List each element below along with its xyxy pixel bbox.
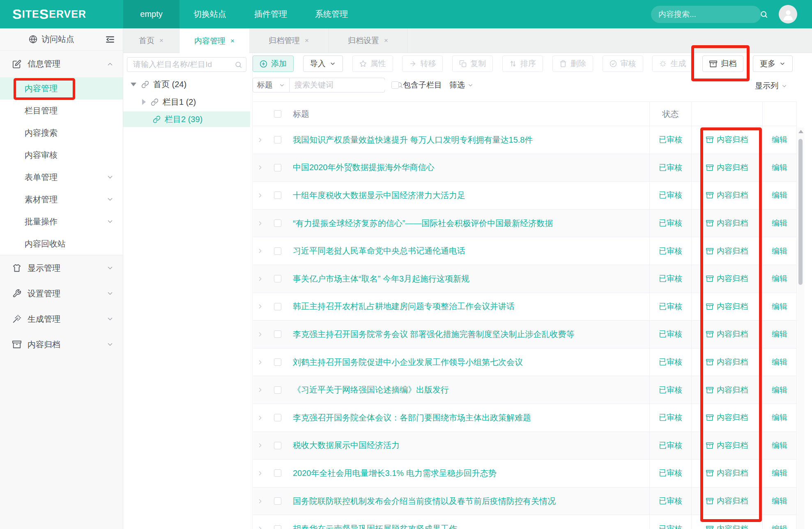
content-title-link[interactable]: 韩正主持召开农村乱占耕地建房问题专项整治工作会议并讲话 [293,301,515,312]
edit-link[interactable]: 编辑 [772,273,787,284]
sidebar-item-content-review[interactable]: 内容审核 [0,144,123,166]
visit-site-button[interactable]: 访问站点 [0,28,123,51]
content-title-link[interactable]: 习近平同老挝人民革命党中央总书记通伦通电话 [293,245,465,256]
tree-node-column1[interactable]: 栏目1 (2) [123,94,250,110]
include-children-checkbox[interactable] [391,81,399,89]
row-expand-chevron[interactable] [253,293,267,321]
content-title-link[interactable]: “有力提振全球经济复苏的信心”——国际社会积极评价中国最新经济数据 [293,218,553,229]
edit-link[interactable]: 编辑 [772,301,787,312]
content-archive-link[interactable]: 内容归档 [706,301,748,312]
nav-item-plugin-management[interactable]: 插件管理 [240,0,301,28]
edit-link[interactable]: 编辑 [772,468,787,478]
edit-link[interactable]: 编辑 [772,134,787,145]
scroll-up-arrow[interactable] [798,130,803,133]
sidebar-item-info-management[interactable]: 信息管理 [0,51,123,77]
row-checkbox[interactable] [274,219,281,227]
edit-link[interactable]: 编辑 [772,385,787,395]
sidebar-collapse-icon[interactable] [105,34,115,45]
edit-link[interactable]: 编辑 [772,440,787,451]
edit-link[interactable]: 编辑 [772,524,787,529]
row-checkbox[interactable] [274,164,281,171]
row-expand-chevron[interactable] [253,265,267,293]
nav-item-system-management[interactable]: 系统管理 [301,0,362,28]
content-archive-link[interactable]: 内容归档 [706,162,748,173]
edit-link[interactable]: 编辑 [772,190,787,201]
scrollbar-thumb[interactable] [798,139,803,285]
more-button[interactable]: 更多 [753,55,793,72]
edit-link[interactable]: 编辑 [772,357,787,367]
row-expand-chevron[interactable] [253,460,267,487]
table-scrollbar[interactable] [797,127,804,529]
content-title-link[interactable]: 李克强主持召开国务院常务会议 部署强化措施完善制度坚决制止涉企乱收费等 [293,329,575,340]
nav-item-switch-site[interactable]: 切换站点 [179,0,240,28]
keyword-input[interactable] [294,80,396,90]
close-icon[interactable]: × [305,37,309,45]
edit-link[interactable]: 编辑 [772,496,787,506]
edit-link[interactable]: 编辑 [772,218,787,229]
channel-search-box[interactable] [127,57,246,72]
content-archive-link[interactable]: 内容归档 [706,412,748,423]
content-title-link[interactable]: 刘鹤主持召开国务院促进中小企业发展工作领导小组第七次会议 [293,357,523,368]
row-checkbox[interactable] [274,497,281,505]
row-checkbox[interactable] [274,414,281,421]
edit-link[interactable]: 编辑 [772,246,787,256]
search-icon[interactable] [760,10,768,18]
content-archive-link[interactable]: 内容归档 [706,329,748,340]
import-button[interactable]: 导入 [303,55,343,72]
expander-right-icon[interactable] [142,99,146,105]
content-archive-link[interactable]: 内容归档 [706,273,748,284]
sidebar-item-content-management[interactable]: 内容管理 [0,77,123,99]
content-title-link[interactable]: 十组年度税收大数据显示中国经济潜力大活力足 [293,190,465,201]
row-expand-chevron[interactable] [253,432,267,460]
content-title-link[interactable]: 胡春华在云南督导巩固拓展脱贫攻坚成果工作 [293,523,457,529]
content-title-link[interactable]: 《习近平关于网络强国论述摘编》出版发行 [293,384,449,395]
search-icon[interactable] [235,61,242,69]
edit-link[interactable]: 编辑 [772,329,787,340]
content-title-link[interactable]: 税收大数据展示中国经济活力 [293,440,400,451]
content-archive-link[interactable]: 内容归档 [706,190,748,201]
transfer-button[interactable]: 转移 [402,55,443,72]
review-button[interactable]: 审核 [603,55,643,72]
sidebar-item-content-archive[interactable]: 内容归档 [0,332,123,357]
content-archive-link[interactable]: 内容归档 [706,357,748,367]
filter-toggle[interactable]: 筛选 [449,80,474,90]
global-search-input[interactable] [658,9,760,19]
row-checkbox[interactable] [274,247,281,255]
content-archive-link[interactable]: 内容归档 [706,440,748,451]
content-archive-link[interactable]: 内容归档 [706,468,748,478]
row-checkbox[interactable] [274,330,281,338]
edit-link[interactable]: 编辑 [772,162,787,173]
tab-home[interactable]: 首页× [123,28,179,53]
content-title-link[interactable]: 中国2020年外贸数据提振海外华商信心 [293,162,435,173]
content-archive-link[interactable]: 内容归档 [706,218,748,229]
sort-button[interactable]: 排序 [502,55,543,72]
close-icon[interactable]: × [230,37,235,45]
row-expand-chevron[interactable] [253,126,267,154]
content-archive-link[interactable]: 内容归档 [706,246,748,256]
close-icon[interactable]: × [159,37,163,45]
content-title-link[interactable]: 2020年全社会用电量增长3.1% 电力需求呈稳步回升态势 [293,468,497,479]
user-avatar[interactable] [779,5,797,23]
row-expand-chevron[interactable] [253,515,267,529]
row-checkbox[interactable] [274,386,281,394]
content-archive-link[interactable]: 内容归档 [706,385,748,395]
nav-item-current-site[interactable]: empty [123,0,179,28]
global-search-box[interactable] [651,6,761,23]
select-all-checkbox[interactable] [274,110,281,118]
row-checkbox[interactable] [274,275,281,282]
content-archive-link[interactable]: 内容归档 [706,496,748,506]
row-expand-chevron[interactable] [253,404,267,432]
content-archive-link[interactable]: 内容归档 [706,134,748,145]
row-expand-chevron[interactable] [253,154,267,182]
content-archive-link[interactable]: 内容归档 [706,524,748,529]
sidebar-item-generate-management[interactable]: 生成管理 [0,306,123,332]
sidebar-item-content-recycle[interactable]: 内容回收站 [0,233,123,255]
row-checkbox[interactable] [274,303,281,310]
row-checkbox[interactable] [274,469,281,477]
sidebar-item-content-search[interactable]: 内容搜索 [0,122,123,144]
row-expand-chevron[interactable] [253,210,267,237]
generate-button[interactable]: 生成 [652,55,693,72]
display-columns-toggle[interactable]: 显示列 [755,81,787,91]
row-checkbox[interactable] [274,525,281,529]
delete-button[interactable]: 删除 [552,55,593,72]
